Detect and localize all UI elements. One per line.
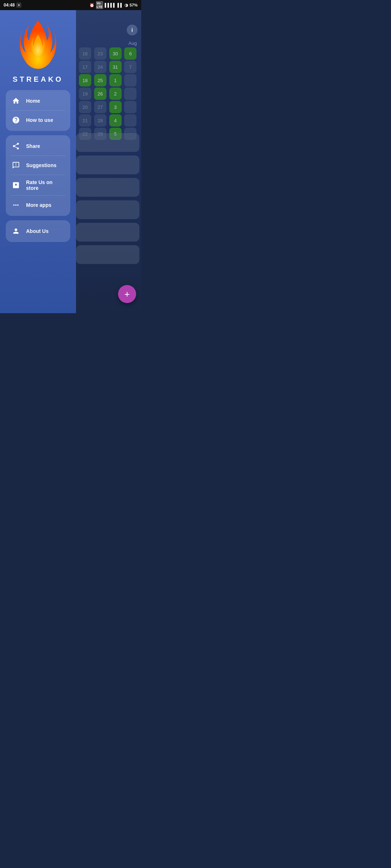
menu-group-1: Home How to use xyxy=(6,90,70,131)
share-label: Share xyxy=(26,143,40,149)
menu-item-more-apps[interactable]: More apps xyxy=(6,196,70,214)
calendar-cell: 16 xyxy=(79,47,91,60)
calendar-area: Aug 162330617243171825119262202732128422… xyxy=(76,25,141,143)
calendar-cell: 28 xyxy=(94,114,106,127)
calendar-cell: 20 xyxy=(79,101,91,113)
dropdown-arrow: ▾ xyxy=(16,3,21,8)
calendar-cell xyxy=(124,101,136,113)
person-icon xyxy=(11,226,21,236)
menu-group-3: About Us xyxy=(6,220,70,242)
calendar-cell: 6 xyxy=(124,47,136,60)
flame-icon xyxy=(16,18,60,71)
battery-icon: ◑ xyxy=(125,3,128,8)
calendar-cell: 31 xyxy=(109,61,122,73)
calendar-cell: 30 xyxy=(109,47,122,60)
calendar-cell: 3 xyxy=(109,101,122,113)
rate-us-label: Rate Us on store xyxy=(26,179,65,191)
suggestions-icon xyxy=(11,160,21,170)
calendar-cell: 27 xyxy=(94,101,106,113)
habit-bar-2[interactable] xyxy=(76,156,139,174)
menu-item-how-to-use[interactable]: How to use xyxy=(6,111,70,129)
app-title: STREAKO xyxy=(13,75,63,84)
calendar-cell: 26 xyxy=(94,88,106,100)
habit-bar-5[interactable] xyxy=(76,223,139,242)
calendar-cell: 18 xyxy=(79,74,91,86)
share-icon xyxy=(11,141,21,151)
status-right: ⏰ VoLTE ▌▌▌▌ ▌▌ ◑ 57% xyxy=(89,1,138,9)
menu-item-share[interactable]: Share xyxy=(6,137,70,156)
habit-bars xyxy=(76,133,139,264)
alarm-icon: ⏰ xyxy=(89,3,94,8)
menu-item-suggestions[interactable]: Suggestions xyxy=(6,156,70,175)
home-label: Home xyxy=(26,98,40,104)
calendar-cell: 24 xyxy=(94,61,106,73)
calendar-cell: 7 xyxy=(124,61,136,73)
about-us-label: About Us xyxy=(26,228,49,234)
fab-plus-icon: + xyxy=(124,289,130,300)
habit-bar-4[interactable] xyxy=(76,200,139,219)
more-dots-icon xyxy=(11,200,21,210)
habit-bar-1[interactable] xyxy=(76,133,139,152)
calendar-cell xyxy=(124,74,136,86)
calendar-grid: 162330617243171825119262202732128422295 xyxy=(79,47,138,140)
suggestions-label: Suggestions xyxy=(26,162,56,168)
calendar-cell: 17 xyxy=(79,61,91,73)
calendar-cell: 23 xyxy=(94,47,106,60)
menu-group-2: Share Suggestions Rate Us on store xyxy=(6,135,70,216)
calendar-month: Aug xyxy=(79,41,138,46)
menu-item-home[interactable]: Home xyxy=(6,92,70,110)
habit-bar-6[interactable] xyxy=(76,245,139,264)
status-bar: 04:48 ▾ ⏰ VoLTE ▌▌▌▌ ▌▌ ◑ 57% xyxy=(0,0,141,10)
add-habit-fab[interactable]: + xyxy=(118,285,136,303)
time: 04:48 xyxy=(4,3,15,8)
calendar-cell: 21 xyxy=(79,114,91,127)
calendar-cell: 2 xyxy=(109,88,122,100)
calendar-cell: 1 xyxy=(109,74,122,86)
how-to-use-label: How to use xyxy=(26,117,53,123)
signal-icon: ▌▌▌▌ xyxy=(105,3,116,7)
more-apps-label: More apps xyxy=(26,202,51,208)
vo-lte-icon: VoLTE xyxy=(96,1,103,9)
rate-icon xyxy=(11,180,21,190)
signal2-icon: ▌▌ xyxy=(117,3,123,7)
calendar-cell: 4 xyxy=(109,114,122,127)
navigation-drawer: STREAKO Home How to use xyxy=(0,10,76,313)
app-logo xyxy=(14,17,62,72)
calendar-cell: 19 xyxy=(79,88,91,100)
calendar-cell xyxy=(124,114,136,127)
menu-item-about-us[interactable]: About Us xyxy=(6,222,70,241)
menu-item-rate-us[interactable]: Rate Us on store xyxy=(6,175,70,195)
calendar-cell: 25 xyxy=(94,74,106,86)
calendar-cell xyxy=(124,88,136,100)
question-icon xyxy=(11,115,21,125)
habit-bar-3[interactable] xyxy=(76,178,139,197)
battery-level: 57% xyxy=(130,3,138,7)
status-left: 04:48 ▾ xyxy=(4,3,21,8)
home-icon xyxy=(11,96,21,106)
